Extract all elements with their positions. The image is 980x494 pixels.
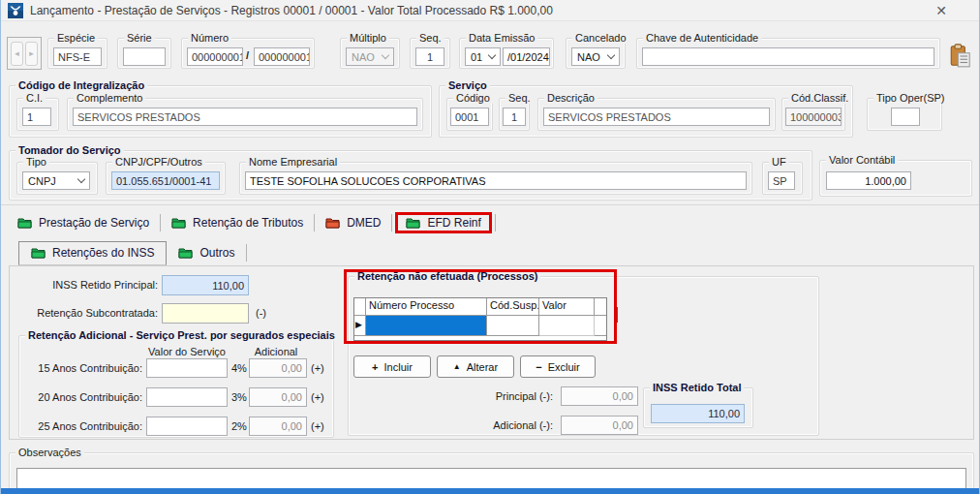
grid-cell-numero-processo[interactable] — [366, 316, 487, 336]
paste-icon[interactable] — [948, 44, 973, 69]
uf-label: UF — [769, 156, 789, 168]
multiplo-value: NAO — [352, 51, 375, 63]
descricao-field[interactable]: SERVICOS PRESTADOS — [543, 108, 770, 126]
chave-field[interactable] — [642, 47, 934, 66]
data-emissao-day-select[interactable]: 01 — [465, 47, 501, 66]
principal-field[interactable]: 0,00 — [561, 386, 638, 406]
grid-cell-valor[interactable] — [539, 316, 595, 336]
row-20-label: 20 Anos Contribuição: — [28, 391, 142, 403]
tab-retencoes-inss[interactable]: Retenções do INSS — [18, 241, 167, 265]
incluir-label: Incluir — [384, 361, 413, 373]
servico-seq-field[interactable]: 1 — [503, 108, 526, 126]
multiplo-select[interactable]: NAO — [346, 47, 394, 66]
row-20-adicional-field[interactable]: 0,00 — [249, 387, 307, 407]
inss-retido-total-field[interactable]: 110,00 — [651, 404, 745, 423]
serie-label: Série — [124, 32, 155, 44]
titlebar: Lançamento - Prestação de Serviços - Reg… — [1, 0, 979, 21]
row-25-pct: 2% — [231, 420, 247, 432]
row-20-valor-field[interactable] — [146, 387, 228, 407]
excluir-button[interactable]: − Excluir — [520, 355, 596, 378]
grid-cell-cod-susp[interactable] — [487, 316, 539, 336]
folder-icon — [406, 217, 420, 229]
cnpj-field[interactable]: 01.055.651/0001-41 — [111, 171, 220, 190]
close-icon[interactable]: ✕ — [929, 2, 954, 20]
retencao-subcontratada-field[interactable] — [162, 303, 249, 324]
uf-field[interactable]: SP — [768, 171, 795, 190]
numero-field-1[interactable]: 000000001 — [187, 47, 243, 66]
grid-data-row[interactable]: ▶ — [354, 316, 606, 336]
numero-separator: / — [246, 49, 249, 61]
col-adicional: Adicional — [245, 346, 307, 357]
complemento-field[interactable]: SERVICOS PRESTADOS — [73, 108, 417, 126]
inss-retido-principal-field[interactable]: 110,00 — [162, 275, 249, 295]
row-pointer-icon: ▶ — [354, 316, 366, 336]
ci-label: C.I. — [23, 92, 46, 104]
alterar-button[interactable]: ▲ Alterar — [437, 355, 514, 378]
tomador-tipo-select[interactable]: CNPJ — [22, 171, 90, 190]
seq-field[interactable]: 1 — [415, 47, 444, 66]
folder-icon — [178, 247, 193, 259]
next-record-button[interactable]: ▸ — [25, 42, 38, 66]
minus-icon: − — [536, 361, 541, 373]
especie-label: Espécie — [54, 32, 98, 44]
tab-prestacao-servico[interactable]: Prestação de Serviço — [7, 216, 160, 230]
tomador-tipo-label: Tipo — [23, 156, 49, 168]
tab-label: Retenções do INSS — [52, 246, 154, 260]
inss-retido-total-label: INSS Retido Total — [650, 382, 744, 393]
valor-contabil-label: Valor Contábil — [826, 154, 898, 166]
servico-codigo-field[interactable]: 0001 — [450, 108, 489, 126]
adicional-neg-field[interactable]: 0,00 — [561, 416, 638, 435]
tab-separator — [246, 244, 247, 262]
tab-efd-reinf[interactable]: EFD Reinf — [395, 212, 491, 233]
cod-classif-label: Cód.Classif. — [788, 92, 851, 104]
window: Lançamento - Prestação de Serviços - Reg… — [0, 0, 980, 494]
row-25-label: 25 Anos Contribuição: — [28, 420, 142, 432]
cancelado-select[interactable]: NAO — [571, 47, 620, 66]
data-emissao-field[interactable]: /01/2024 — [503, 47, 550, 66]
tab-retencao-tributos[interactable]: Retenção de Tributos — [161, 216, 314, 230]
folder-icon — [171, 217, 186, 229]
grid-header-valor: Valor — [539, 298, 595, 316]
row-25-suffix: (+) — [311, 420, 324, 432]
row-15-adicional-field[interactable]: 0,00 — [249, 358, 307, 378]
prev-record-button[interactable]: ◂ — [11, 42, 23, 66]
valor-contabil-field[interactable]: 1.000,00 — [826, 171, 911, 190]
window-bottom-border — [1, 488, 979, 494]
tomador-tipo-value: CNPJ — [28, 175, 56, 187]
inss-tabbar: Retenções do INSS Outros — [18, 240, 247, 265]
cod-classif-field[interactable]: 100000003 — [785, 108, 842, 126]
cancelado-label: Cancelado — [572, 32, 629, 44]
tipo-oper-field[interactable] — [891, 108, 920, 126]
ci-field[interactable]: 1 — [22, 108, 51, 126]
data-emissao-day: 01 — [471, 51, 482, 63]
folder-icon — [31, 247, 46, 259]
adicional-neg-label: Adicional (-): — [456, 419, 553, 431]
tab-label: Outros — [199, 246, 234, 260]
row-25-valor-field[interactable] — [146, 417, 228, 436]
grid-header-cod-susp: Cód.Susp. — [487, 298, 539, 316]
observacoes-field[interactable] — [16, 468, 966, 489]
row-25-adicional-field[interactable]: 0,00 — [249, 417, 307, 436]
main-tabbar: Prestação de Serviço Retenção de Tributo… — [7, 210, 496, 235]
triangle-up-icon: ▲ — [453, 362, 461, 371]
processos-grid[interactable]: Número Processo Cód.Susp. Valor ▶ — [353, 297, 607, 341]
data-emissao-label: Data Emissão — [466, 32, 537, 44]
row-15-pct: 4% — [231, 362, 247, 374]
processos-label: Retenção não efetuada (Processos) — [354, 270, 540, 282]
tab-separator — [391, 214, 392, 232]
tab-dmed[interactable]: DMED — [315, 216, 391, 230]
descricao-label: Descrição — [544, 92, 597, 104]
chevron-down-icon — [77, 175, 85, 183]
tab-outros[interactable]: Outros — [167, 241, 246, 265]
serie-field[interactable] — [123, 47, 166, 66]
nome-empresarial-label: Nome Empresarial — [246, 156, 340, 168]
observacoes-label: Observações — [15, 447, 84, 458]
row-15-valor-field[interactable] — [146, 358, 228, 378]
numero-field-2[interactable]: 000000001 — [254, 47, 310, 66]
nome-empresarial-field[interactable]: TESTE SOFOLHA SOLUCOES CORPORATIVAS — [245, 171, 747, 190]
especie-field[interactable]: NFS-E — [53, 47, 102, 66]
grid-scrollbar[interactable] — [615, 307, 618, 323]
incluir-button[interactable]: + Incluir — [353, 355, 431, 378]
integralizacao-label: Código de Integralização — [15, 79, 147, 91]
row-20-pct: 3% — [231, 391, 247, 403]
